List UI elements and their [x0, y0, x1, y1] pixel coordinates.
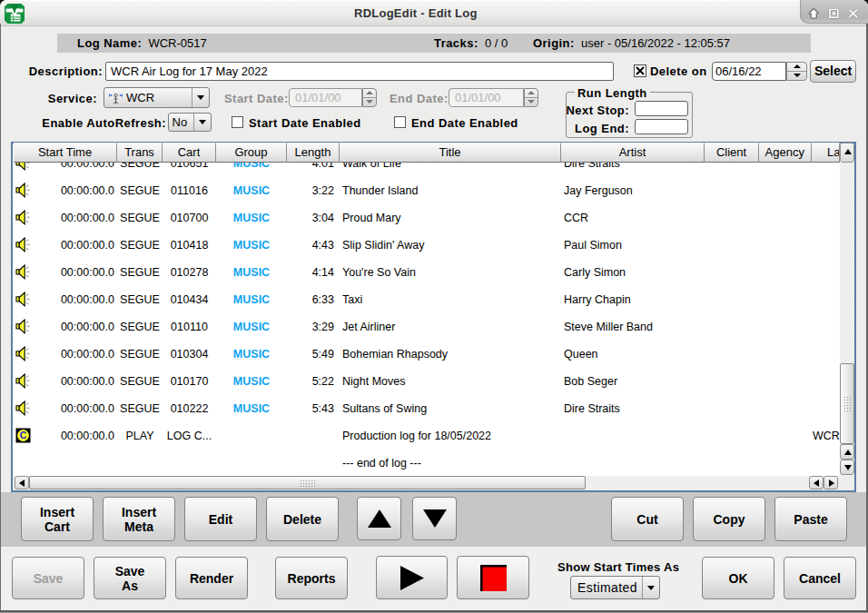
svg-text:C: C	[20, 430, 27, 440]
